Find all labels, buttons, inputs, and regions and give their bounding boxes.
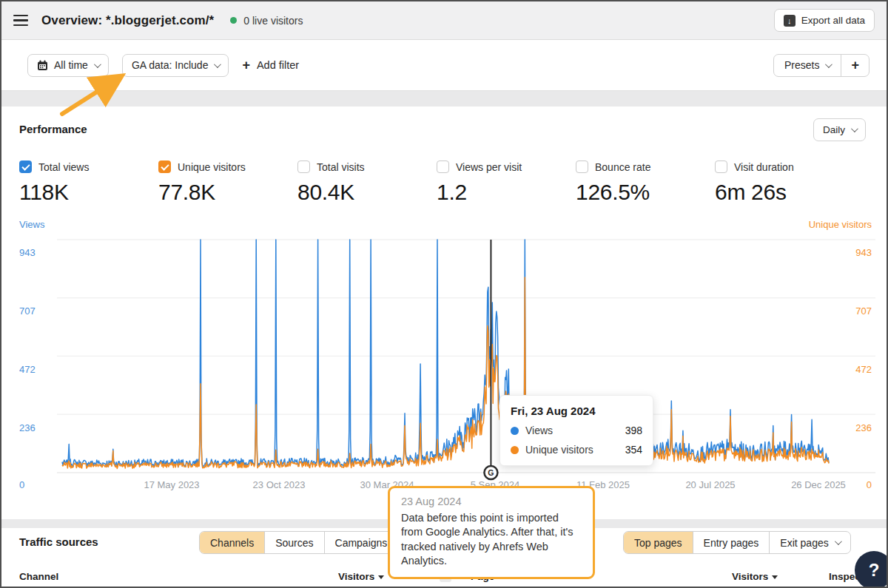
annotation-callout: 23 Aug 2024 Data before this point is im… [388,486,595,579]
unique-visitors-dot-icon [511,446,519,454]
performance-section: Performance Daily Total views 118K Uniqu… [1,107,887,519]
page-title: Overview: *.bloggerjet.com/* [41,13,214,28]
performance-chart[interactable]: G [1,238,887,485]
annotation-arrow-icon [44,70,133,124]
traffic-sources-title: Traffic sources [19,535,98,548]
checkbox-unchecked[interactable] [576,160,588,173]
metric-value: 6m 26s [715,180,848,205]
x-tick-label: 17 May 2023 [144,479,199,490]
top-bar: Overview: *.bloggerjet.com/* 0 live visi… [1,1,887,40]
x-tick-label: 26 Dec 2025 [791,479,846,490]
column-header-visitors-sort[interactable]: Visitors [338,571,384,582]
tab-entry-pages[interactable]: Entry pages [693,532,770,553]
ga-marker-glyph: G [488,468,494,477]
metric-toggle[interactable]: Total views [19,160,152,173]
presets-group: Presets + [773,54,870,77]
add-preset-button[interactable]: + [841,55,869,76]
tooltip-date: Fri, 23 Aug 2024 [511,405,642,417]
granularity-dropdown[interactable]: Daily [813,118,866,141]
metric-unique-visitors: Unique visitors 77.8K [158,160,292,205]
checkbox-checked-orange[interactable] [158,160,171,173]
chevron-down-icon [825,61,832,68]
metric-value: 126.5% [576,180,709,205]
tab-sources[interactable]: Sources [264,532,323,553]
views-dot-icon [511,427,519,435]
column-header-channel: Channel [19,571,58,582]
performance-title: Performance [19,123,87,135]
menu-icon[interactable] [13,15,28,27]
checkbox-checked-blue[interactable] [19,160,32,173]
metric-toggle[interactable]: Total visits [297,160,431,173]
sort-desc-icon [378,575,384,579]
presets-dropdown[interactable]: Presets [774,55,841,76]
x-tick-label: 23 Oct 2023 [253,479,306,490]
column-header-visitors-sort[interactable]: Visitors [732,571,778,582]
add-filter-button[interactable]: + Add filter [242,58,299,72]
metric-toggle[interactable]: Visit duration [715,160,848,173]
checkbox-unchecked[interactable] [715,160,727,173]
plus-icon: + [242,58,250,72]
chart-tooltip: Fri, 23 Aug 2024 Views 398 Unique visito… [500,395,653,466]
tooltip-row-unique-visitors: Unique visitors 354 [511,444,642,456]
metric-value: 77.8K [158,180,292,205]
metric-value: 80.4K [297,180,431,205]
chevron-down-icon [851,125,858,132]
live-indicator-dot [230,17,237,24]
tab-campaigns[interactable]: Campaigns [324,532,398,553]
traffic-tabs: Channels Sources Campaigns [199,531,398,554]
ga-data-filter-button[interactable]: GA data: Include [122,54,229,77]
metric-visit-duration: Visit duration 6m 26s [715,160,848,205]
callout-text: Data before this point is imported from … [401,511,582,568]
download-file-icon: ↓ [784,15,796,27]
metric-toggle[interactable]: Bounce rate [576,160,709,173]
sort-desc-icon [772,575,778,579]
tab-top-pages[interactable]: Top pages [624,532,693,553]
metric-value: 1.2 [437,180,570,205]
metric-total-views: Total views 118K [19,160,152,205]
chevron-down-icon [835,538,842,545]
live-visitors-count: 0 live visitors [243,15,303,27]
metric-bounce-rate: Bounce rate 126.5% [576,160,709,205]
pages-tabs: Top pages Entry pages Exit pages [623,531,851,554]
x-tick-label: 20 Jul 2025 [685,479,735,490]
y-zero-label-left: 0 [19,479,24,490]
tab-channels[interactable]: Channels [200,532,264,553]
app-window: Overview: *.bloggerjet.com/* 0 live visi… [0,0,888,588]
metric-toggle[interactable]: Unique visitors [158,160,292,173]
checkbox-unchecked[interactable] [437,160,449,173]
checkbox-unchecked[interactable] [297,160,310,173]
filter-bar: All time GA data: Include + Add filter P… [1,40,887,91]
metric-total-visits: Total visits 80.4K [297,160,431,205]
tooltip-row-views: Views 398 [511,425,642,436]
metric-value: 118K [19,180,152,205]
metric-toggle[interactable]: Views per visit [437,160,570,173]
chevron-down-icon [214,61,221,68]
right-axis-title: Unique visitors [809,219,872,230]
y-zero-label-right: 0 [867,479,872,490]
chevron-down-icon [94,61,101,68]
table-header-divider [1,587,887,587]
export-all-data-button[interactable]: ↓ Export all data [774,9,875,32]
tab-exit-pages[interactable]: Exit pages [769,532,850,553]
unique-visitors-line [62,277,829,468]
metric-views-per-visit: Views per visit 1.2 [437,160,570,205]
left-axis-title: Views [19,219,44,230]
plus-icon: + [851,58,859,72]
help-button[interactable]: ? [855,551,888,588]
callout-date: 23 Aug 2024 [401,496,582,507]
views-line [62,240,829,467]
